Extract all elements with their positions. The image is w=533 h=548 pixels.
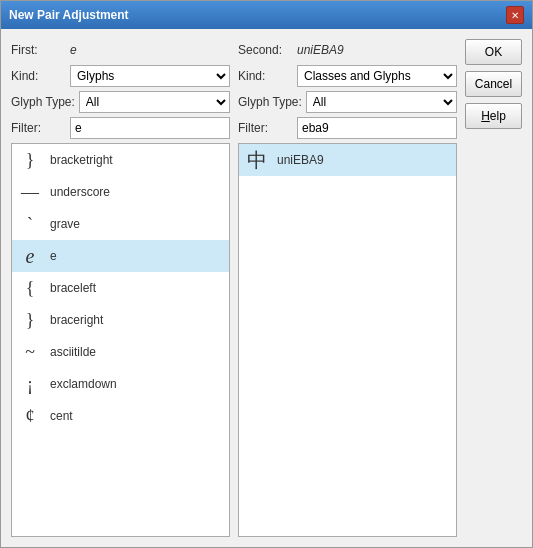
- main-area: First: e Kind: Glyphs Classes Classes an…: [11, 39, 457, 537]
- list-item[interactable]: ~ asciitilde: [12, 336, 229, 368]
- glyph-symbol: ~: [18, 342, 42, 363]
- right-list-scroll[interactable]: 中 uniEBA9: [239, 144, 456, 536]
- left-filter-row: Filter:: [11, 117, 230, 139]
- list-item[interactable]: — underscore: [12, 176, 229, 208]
- window: New Pair Adjustment ✕ First: e Kind: Gly…: [0, 0, 533, 548]
- glyph-symbol: 中: [245, 147, 269, 174]
- content-area: First: e Kind: Glyphs Classes Classes an…: [1, 29, 532, 547]
- right-list-container: 中 uniEBA9: [238, 143, 457, 537]
- left-kind-select[interactable]: Glyphs Classes Classes and Glyphs: [70, 65, 230, 87]
- glyph-name: asciitilde: [50, 345, 96, 359]
- list-item[interactable]: ¡ exclamdown: [12, 368, 229, 400]
- right-glyph-type-label: Glyph Type:: [238, 95, 302, 109]
- list-item-selected[interactable]: 中 uniEBA9: [239, 144, 456, 176]
- left-list-scroll[interactable]: } bracketright — underscore ` grave: [12, 144, 229, 536]
- columns: First: e Kind: Glyphs Classes Classes an…: [11, 39, 457, 537]
- first-row: First: e: [11, 39, 230, 61]
- list-item[interactable]: } braceright: [12, 304, 229, 336]
- glyph-symbol: ¢: [18, 406, 42, 427]
- help-button[interactable]: Help: [465, 103, 522, 129]
- glyph-name: cent: [50, 409, 73, 423]
- first-label: First:: [11, 43, 66, 57]
- glyph-name: e: [50, 249, 57, 263]
- first-value: e: [70, 43, 77, 57]
- second-label: Second:: [238, 43, 293, 57]
- title-bar: New Pair Adjustment ✕: [1, 1, 532, 29]
- list-item[interactable]: } bracketright: [12, 144, 229, 176]
- second-value: uniEBA9: [297, 43, 344, 57]
- left-column: First: e Kind: Glyphs Classes Classes an…: [11, 39, 230, 537]
- close-button[interactable]: ✕: [506, 6, 524, 24]
- right-glyph-type-select[interactable]: All Uppercase Lowercase: [306, 91, 457, 113]
- glyph-name: grave: [50, 217, 80, 231]
- right-column: Second: uniEBA9 Kind: Glyphs Classes Cla…: [238, 39, 457, 537]
- glyph-name: uniEBA9: [277, 153, 324, 167]
- glyph-symbol: ¡: [18, 374, 42, 395]
- cancel-button[interactable]: Cancel: [465, 71, 522, 97]
- right-kind-select[interactable]: Glyphs Classes Classes and Glyphs: [297, 65, 457, 87]
- glyph-name: bracketright: [50, 153, 113, 167]
- glyph-name: braceleft: [50, 281, 96, 295]
- glyph-symbol: e: [18, 245, 42, 268]
- right-glyph-type-row: Glyph Type: All Uppercase Lowercase: [238, 91, 457, 113]
- right-filter-input[interactable]: [297, 117, 457, 139]
- glyph-symbol: —: [18, 182, 42, 203]
- left-glyph-type-select[interactable]: All Uppercase Lowercase: [79, 91, 230, 113]
- glyph-name: exclamdown: [50, 377, 117, 391]
- list-item[interactable]: ¢ cent: [12, 400, 229, 432]
- glyph-name: underscore: [50, 185, 110, 199]
- glyph-name: braceright: [50, 313, 103, 327]
- glyph-symbol: {: [18, 278, 42, 299]
- sidebar: OK Cancel Help: [465, 39, 522, 537]
- left-glyph-type-label: Glyph Type:: [11, 95, 75, 109]
- ok-button[interactable]: OK: [465, 39, 522, 65]
- second-row: Second: uniEBA9: [238, 39, 457, 61]
- left-filter-input[interactable]: [70, 117, 230, 139]
- right-filter-label: Filter:: [238, 121, 293, 135]
- left-list-container: } bracketright — underscore ` grave: [11, 143, 230, 537]
- right-kind-label: Kind:: [238, 69, 293, 83]
- left-filter-label: Filter:: [11, 121, 66, 135]
- glyph-symbol: `: [18, 214, 42, 235]
- window-title: New Pair Adjustment: [9, 8, 129, 22]
- list-item-selected[interactable]: e e: [12, 240, 229, 272]
- left-glyph-type-row: Glyph Type: All Uppercase Lowercase: [11, 91, 230, 113]
- glyph-symbol: }: [18, 310, 42, 331]
- right-filter-row: Filter:: [238, 117, 457, 139]
- list-item[interactable]: ` grave: [12, 208, 229, 240]
- glyph-symbol: }: [18, 150, 42, 171]
- list-item[interactable]: { braceleft: [12, 272, 229, 304]
- right-kind-row: Kind: Glyphs Classes Classes and Glyphs: [238, 65, 457, 87]
- left-kind-label: Kind:: [11, 69, 66, 83]
- left-kind-row: Kind: Glyphs Classes Classes and Glyphs: [11, 65, 230, 87]
